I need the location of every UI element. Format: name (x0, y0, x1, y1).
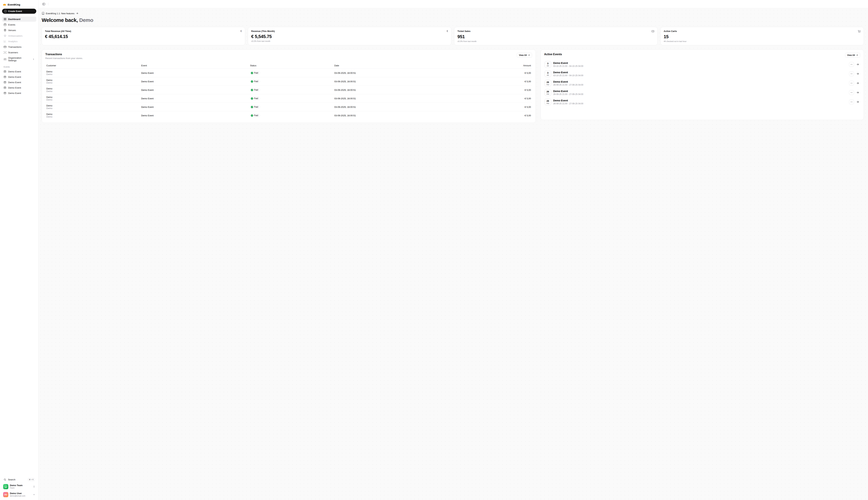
tx-amount: € 5,00 (468, 106, 531, 108)
view-all-label: View All (519, 54, 527, 56)
book-icon (42, 12, 44, 15)
app-title: EventKing (8, 3, 20, 6)
chevron-down-icon (33, 493, 35, 496)
event-title: Demo Event (553, 80, 583, 83)
nav-label: Analytics (8, 40, 18, 43)
sidebar-item-scanners[interactable]: Scanners (2, 50, 36, 55)
search-shortcut-badge: ⌘ + K (28, 478, 35, 481)
sidebar-item-events[interactable]: Events (2, 22, 36, 27)
col-customer: Customer (46, 64, 141, 67)
sidebar-item-dashboard[interactable]: Dashboard (2, 16, 36, 22)
event-label: Demo Event (8, 70, 21, 73)
sidebar-event-item[interactable]: Demo Event (2, 80, 36, 85)
table-row[interactable]: DemoDemo Demo Event Paid 03-09-2025, 16:… (45, 86, 532, 94)
customer-sub: Demo (46, 107, 53, 110)
crown-icon (3, 3, 6, 6)
banner-text: EventKing 1.1: New features (46, 12, 75, 15)
customer-name: Demo (46, 96, 53, 99)
euro-icon: € (447, 30, 448, 32)
customer-name: Demo (46, 113, 53, 115)
event-name: Demo Event (141, 80, 250, 83)
event-icon (4, 92, 7, 94)
sidebar-event-item[interactable]: Demo Event (2, 90, 36, 96)
open-event-button[interactable] (855, 62, 860, 67)
event-title: Demo Event (553, 71, 583, 74)
active-events-view-all-button[interactable]: View All (845, 53, 860, 58)
sidebar-event-item[interactable]: Demo Event (2, 74, 36, 80)
list-item[interactable]: 3 okt Demo Event 03-10-25 21:00 - 04-10-… (544, 60, 860, 68)
tx-date: 03-09-2025, 16:00:51 (334, 106, 468, 108)
arrow-up-right-icon (856, 54, 858, 56)
check-icon (251, 80, 253, 83)
check-icon (251, 106, 253, 108)
stat-card-active-carts: Active Carts 15 44 checked out in last h… (660, 27, 864, 45)
customer-name: Demo (46, 70, 53, 73)
customer-name: Demo (46, 79, 53, 81)
open-event-button[interactable] (855, 90, 860, 95)
ticket-icon (652, 30, 654, 33)
event-title: Demo Event (553, 90, 583, 92)
open-event-button[interactable] (855, 100, 860, 104)
table-row[interactable]: DemoDemo Demo Event Paid 03-09-2025, 16:… (45, 111, 532, 120)
active-events-title: Active Events (544, 53, 562, 56)
arrow-right-icon (76, 12, 78, 14)
sidebar-toggle-button[interactable] (41, 2, 46, 7)
team-switcher[interactable]: Demo Team Team (2, 483, 36, 490)
sidebar-item-transactions[interactable]: Transactions (2, 44, 36, 49)
sidebar-event-item[interactable]: Demo Event (2, 69, 36, 74)
search-button[interactable]: Search ⌘ + K (2, 477, 36, 482)
more-options-button[interactable] (849, 71, 854, 76)
table-row[interactable]: DemoDemo Demo Event Paid 03-09-2025, 16:… (45, 103, 532, 111)
more-options-button[interactable] (849, 81, 854, 86)
user-name: Demo User (10, 492, 25, 495)
user-menu[interactable]: DU Demo User demo@email.com (2, 491, 36, 498)
table-row[interactable]: DemoDemo Demo Event Paid 03-09-2025, 16:… (45, 69, 532, 77)
stat-label: Revenue (This Month) (251, 30, 275, 33)
event-icon (4, 81, 7, 84)
event-dates: 03-10-25 21:00 - 04-10-25 04:00 (553, 74, 583, 77)
create-event-label: Create Event (8, 10, 22, 12)
table-row[interactable]: DemoDemo Demo Event Paid 03-09-2025, 16:… (45, 77, 532, 86)
list-item[interactable]: 26 sep Demo Event 26-09-25 21:00 - 27-09… (544, 98, 860, 106)
event-label: Demo Event (8, 92, 21, 94)
list-item[interactable]: 26 sep Demo Event 26-09-25 21:00 - 27-09… (544, 79, 860, 87)
sidebar-event-item[interactable]: Demo Event (2, 85, 36, 90)
status-badge: Paid (250, 114, 260, 117)
arrow-up-right-icon (528, 54, 530, 56)
main-area: EventKing 1.1: New features Welcome back… (38, 0, 868, 500)
more-options-button[interactable] (849, 100, 854, 104)
status-badge: Paid (250, 71, 260, 75)
nav-label: Transactions (8, 46, 22, 48)
list-item[interactable]: 3 okt Demo Event 03-10-25 21:00 - 04-10-… (544, 70, 860, 78)
table-row[interactable]: DemoDemo Demo Event Paid 03-09-2025, 16:… (45, 94, 532, 103)
create-event-button[interactable]: + Create Event (2, 9, 36, 14)
transactions-view-all-button[interactable]: View All (517, 53, 532, 58)
status-badge: Paid (250, 97, 260, 100)
date-badge: 26 sep (545, 89, 551, 96)
sidebar-item-organization-settings[interactable]: Organization Settings (2, 55, 36, 63)
event-dates: 03-10-25 21:00 - 04-10-25 04:00 (553, 65, 583, 67)
date-badge: 3 okt (545, 61, 551, 68)
more-options-button[interactable] (849, 62, 854, 67)
stat-value: € 45,614.15 (45, 34, 242, 39)
status-badge: Paid (250, 88, 260, 92)
date-badge: 3 okt (545, 70, 551, 77)
search-icon (4, 478, 6, 481)
event-icon (4, 76, 7, 78)
sidebar-item-ambassadors[interactable]: Ambassadors (2, 33, 36, 38)
open-event-button[interactable] (855, 71, 860, 76)
list-item[interactable]: 26 sep Demo Event 26-09-25 21:00 - 27-09… (544, 89, 860, 96)
check-icon (251, 89, 253, 91)
view-all-label: View All (847, 54, 855, 56)
date-badge: 26 sep (545, 80, 551, 87)
sidebar-item-venues[interactable]: Venues (2, 27, 36, 33)
nav-label: Organization Settings (8, 57, 31, 62)
events-section-label: Events (4, 66, 36, 68)
sidebar-item-analytics[interactable]: Analytics (2, 39, 36, 44)
event-name: Demo Event (141, 114, 250, 117)
sidebar: EventKing + Create Event Dashboard Event… (0, 0, 38, 500)
whats-new-banner[interactable]: EventKing 1.1: New features (42, 12, 78, 15)
map-pin-icon (4, 29, 7, 32)
open-event-button[interactable] (855, 81, 860, 86)
more-options-button[interactable] (849, 90, 854, 95)
